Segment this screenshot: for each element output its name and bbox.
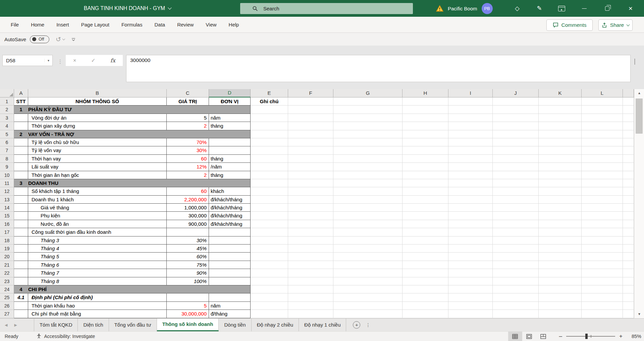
- cell-B3[interactable]: Vòng đời dự án: [28, 114, 167, 122]
- cell-I2[interactable]: [448, 106, 493, 114]
- undo-button[interactable]: ↺: [56, 36, 65, 43]
- cell-G20[interactable]: [333, 253, 402, 261]
- cell-L3[interactable]: [582, 114, 623, 122]
- cell-C6[interactable]: 70%: [167, 138, 209, 146]
- cell-B8[interactable]: Thời hạn vay: [28, 155, 167, 163]
- cell-E17[interactable]: [251, 228, 288, 236]
- ribbon-tab-home[interactable]: Home: [25, 17, 50, 32]
- cell-F8[interactable]: [288, 155, 333, 163]
- cell-F23[interactable]: [288, 277, 333, 285]
- cell-J9[interactable]: [493, 163, 539, 171]
- sheet-tab-thông-số-kinh-doanh[interactable]: Thông số kinh doanh: [157, 319, 219, 331]
- cell-A22[interactable]: [14, 269, 28, 277]
- user-name[interactable]: Pacific Boom: [448, 6, 477, 11]
- cell-B27[interactable]: Chi phí thuê mặt bằng: [28, 310, 167, 318]
- cell-A17[interactable]: [14, 228, 28, 236]
- cell-G15[interactable]: [333, 212, 402, 220]
- cell-K18[interactable]: [539, 236, 582, 245]
- cell-H23[interactable]: [402, 277, 448, 285]
- cell-M22[interactable]: [623, 269, 634, 277]
- cell-F13[interactable]: [288, 196, 333, 204]
- search-input[interactable]: Search: [240, 3, 413, 14]
- cell-I3[interactable]: [448, 114, 493, 122]
- cell-E13[interactable]: [251, 196, 288, 204]
- cell-B14[interactable]: Giá vé tháng: [28, 204, 167, 212]
- cell-L6[interactable]: [582, 138, 623, 146]
- cell-K7[interactable]: [539, 146, 582, 154]
- cell-G23[interactable]: [333, 277, 402, 285]
- cell-G9[interactable]: [333, 163, 402, 171]
- cell-L12[interactable]: [582, 187, 623, 195]
- row-header-27[interactable]: 27: [0, 310, 14, 318]
- column-header-B[interactable]: B: [28, 89, 167, 97]
- cell-F20[interactable]: [288, 253, 333, 261]
- row-header-5[interactable]: 5: [0, 130, 14, 138]
- name-box[interactable]: D58 ▾: [2, 55, 53, 66]
- row-header-13[interactable]: 13: [0, 196, 14, 204]
- cell-D1[interactable]: ĐƠN VỊ: [209, 97, 251, 106]
- cell-E18[interactable]: [251, 236, 288, 245]
- cell-I8[interactable]: [448, 155, 493, 163]
- cell-L14[interactable]: [582, 204, 623, 212]
- cell-B6[interactable]: Tỷ lệ vốn chủ sở hữu: [28, 138, 167, 146]
- cell-I24[interactable]: [448, 285, 493, 293]
- name-box-dropdown-icon[interactable]: ▾: [44, 59, 52, 62]
- cell-K26[interactable]: [539, 302, 582, 310]
- cell-K9[interactable]: [539, 163, 582, 171]
- cell-F5[interactable]: [288, 130, 333, 138]
- cell-I5[interactable]: [448, 130, 493, 138]
- pen-icon[interactable]: ✎: [533, 0, 546, 17]
- cell-L11[interactable]: [582, 179, 623, 187]
- cell-B4[interactable]: Thời gian xây dựng: [28, 122, 167, 130]
- cell-E24[interactable]: [251, 285, 288, 293]
- cell-C26[interactable]: 5: [167, 302, 209, 310]
- cell-L24[interactable]: [582, 285, 623, 293]
- cell-I9[interactable]: [448, 163, 493, 171]
- cell-G16[interactable]: [333, 220, 402, 228]
- cell-H17[interactable]: [402, 228, 448, 236]
- cell-F4[interactable]: [288, 122, 333, 130]
- cell-J16[interactable]: [493, 220, 539, 228]
- cell-F21[interactable]: [288, 261, 333, 269]
- cell-F10[interactable]: [288, 171, 333, 179]
- cell-K4[interactable]: [539, 122, 582, 130]
- cell-E22[interactable]: [251, 269, 288, 277]
- cell-G12[interactable]: [333, 187, 402, 195]
- cell-F25[interactable]: [288, 293, 333, 301]
- cell-A3[interactable]: [14, 114, 28, 122]
- title-chevron-down-icon[interactable]: [168, 6, 172, 9]
- cell-M16[interactable]: [623, 220, 634, 228]
- diamond-icon[interactable]: ◇: [511, 0, 524, 17]
- cell-K6[interactable]: [539, 138, 582, 146]
- cell-I20[interactable]: [448, 253, 493, 261]
- cell-F18[interactable]: [288, 236, 333, 245]
- scroll-up-icon[interactable]: ▲: [634, 89, 644, 97]
- cell-I15[interactable]: [448, 212, 493, 220]
- cell-M4[interactable]: [623, 122, 634, 130]
- cell-F6[interactable]: [288, 138, 333, 146]
- row-header-2[interactable]: 2: [0, 106, 14, 114]
- cell-F22[interactable]: [288, 269, 333, 277]
- cell-B24[interactable]: CHI PHÍ: [28, 285, 167, 293]
- cell-H11[interactable]: [402, 179, 448, 187]
- cell-M14[interactable]: [623, 204, 634, 212]
- cell-G5[interactable]: [333, 130, 402, 138]
- cell-J15[interactable]: [493, 212, 539, 220]
- cell-K16[interactable]: [539, 220, 582, 228]
- cell-D23[interactable]: [209, 277, 251, 285]
- ribbon-display-options-icon[interactable]: ▴: [555, 0, 568, 17]
- cell-A16[interactable]: [14, 220, 28, 228]
- cell-D12[interactable]: khách: [209, 187, 251, 195]
- minimize-button[interactable]: [578, 0, 591, 17]
- cell-G1[interactable]: [333, 97, 402, 106]
- cell-M7[interactable]: [623, 146, 634, 154]
- cell-G6[interactable]: [333, 138, 402, 146]
- cell-C24[interactable]: [167, 285, 209, 293]
- cell-D20[interactable]: [209, 253, 251, 261]
- cell-J2[interactable]: [493, 106, 539, 114]
- insert-function-icon[interactable]: fx: [110, 57, 115, 64]
- cell-J13[interactable]: [493, 196, 539, 204]
- sheet-tab-dòng-tiền[interactable]: Dòng tiền: [219, 319, 251, 331]
- accessibility-status[interactable]: Accessibility: Investigate: [36, 334, 95, 339]
- cell-K19[interactable]: [539, 245, 582, 253]
